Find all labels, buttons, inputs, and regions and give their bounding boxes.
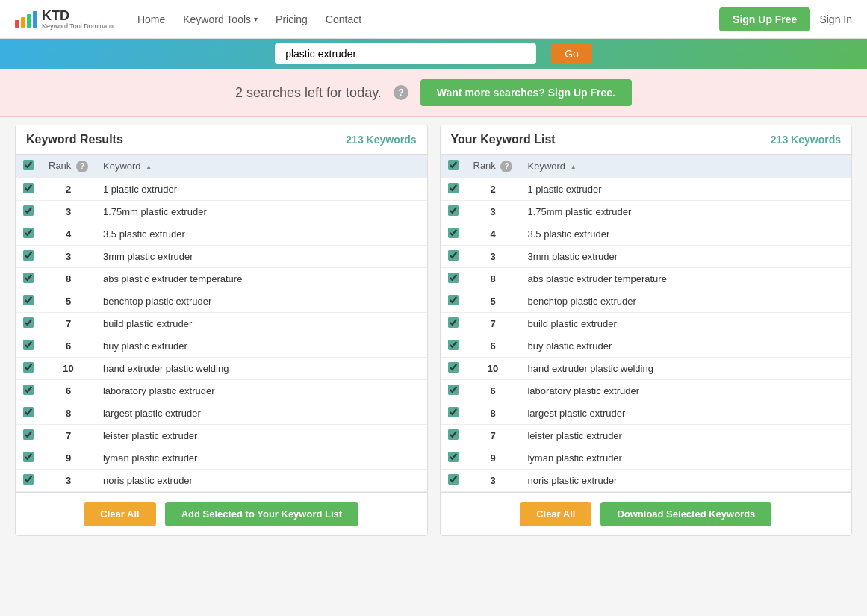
nav-keyword-tools[interactable]: Keyword Tools ▾ (183, 13, 258, 25)
row-rank: 3 (466, 246, 520, 268)
alert-signup-button[interactable]: Want more searches? Sign Up Free. (420, 79, 632, 106)
top-search-input[interactable] (275, 43, 536, 64)
row-keyword: lyman plastic extruder (520, 447, 851, 470)
row-checkbox[interactable] (448, 273, 459, 283)
row-keyword: benchtop plastic extruder (520, 290, 851, 313)
table-row: 43.5 plastic extruder (16, 223, 427, 246)
logo-bar-green (27, 14, 31, 28)
keyword-list-table-wrapper[interactable]: Rank ? Keyword ▲ 21 plastic extruder31.7… (441, 155, 852, 492)
table-row: 6buy plastic extruder (441, 335, 852, 358)
rank-info-icon-right[interactable]: ? (500, 161, 512, 172)
row-checkbox[interactable] (23, 295, 34, 305)
clear-all-left-button[interactable]: Clear All (84, 502, 155, 526)
row-checkbox[interactable] (23, 228, 34, 238)
clear-all-right-button[interactable]: Clear All (520, 502, 591, 526)
row-checkbox-cell (16, 201, 41, 223)
row-checkbox-cell (16, 246, 41, 268)
nav-contact[interactable]: Contact (326, 13, 361, 25)
row-checkbox[interactable] (23, 452, 34, 462)
navbar: KTD Keyword Tool Dominator Home Keyword … (0, 0, 867, 39)
row-checkbox[interactable] (448, 385, 459, 395)
sort-icon-left: ▲ (145, 163, 152, 171)
row-checkbox[interactable] (448, 429, 459, 440)
row-checkbox[interactable] (23, 183, 34, 193)
main-content: Keyword Results 213 Keywords Rank ? (0, 117, 867, 551)
logo-text-block: KTD Keyword Tool Dominator (42, 8, 115, 30)
keyword-results-tbody: 21 plastic extruder31.75mm plastic extru… (16, 178, 427, 492)
row-checkbox[interactable] (448, 452, 459, 462)
th-rank-right[interactable]: Rank ? (466, 155, 520, 178)
row-checkbox[interactable] (448, 228, 459, 238)
keyword-list-count: 213 Keywords (771, 134, 841, 146)
th-keyword-right[interactable]: Keyword ▲ (520, 155, 851, 178)
table-row: 21 plastic extruder (16, 178, 427, 201)
keyword-results-title: Keyword Results (26, 133, 123, 146)
table-row: 6laboratory plastic extruder (441, 380, 852, 402)
row-checkbox-cell (441, 335, 466, 358)
row-checkbox[interactable] (448, 250, 459, 261)
download-selected-button[interactable]: Download Selected Keywords (600, 502, 771, 526)
nav-pricing[interactable]: Pricing (276, 13, 308, 25)
row-checkbox[interactable] (448, 362, 459, 373)
row-rank: 8 (41, 402, 96, 425)
row-checkbox[interactable] (23, 340, 34, 350)
rank-info-icon-left[interactable]: ? (76, 161, 88, 172)
row-rank: 2 (41, 178, 96, 201)
keyword-results-count: 213 Keywords (346, 134, 416, 146)
row-checkbox[interactable] (23, 273, 34, 283)
row-checkbox-cell (441, 358, 466, 380)
row-checkbox[interactable] (448, 407, 459, 417)
keyword-list-tbody: 21 plastic extruder31.75mm plastic extru… (441, 178, 852, 492)
row-checkbox[interactable] (23, 407, 34, 417)
th-rank-left[interactable]: Rank ? (41, 155, 96, 178)
table-row: 33mm plastic extruder (441, 246, 852, 268)
keyword-results-header: Keyword Results 213 Keywords (16, 125, 427, 155)
nav-right: Sign Up Free Sign In (719, 7, 852, 31)
row-checkbox[interactable] (448, 183, 459, 193)
row-checkbox-cell (441, 178, 466, 201)
row-checkbox[interactable] (23, 474, 34, 485)
add-selected-button[interactable]: Add Selected to Your Keyword List (165, 502, 359, 526)
row-rank: 4 (41, 223, 96, 246)
nav-signup-button[interactable]: Sign Up Free (719, 7, 810, 31)
row-checkbox-cell (16, 402, 41, 425)
row-checkbox-cell (441, 470, 466, 492)
help-icon[interactable]: ? (394, 85, 408, 100)
row-rank: 6 (466, 380, 520, 402)
row-keyword: noris plastic extruder (520, 470, 851, 492)
row-rank: 3 (41, 201, 96, 223)
nav-home[interactable]: Home (137, 13, 165, 25)
row-rank: 7 (466, 313, 520, 335)
row-checkbox[interactable] (448, 295, 459, 305)
logo-tagline: Keyword Tool Dominator (42, 22, 115, 30)
logo-bar-blue (33, 11, 37, 28)
row-rank: 7 (41, 313, 96, 335)
select-all-right-checkbox[interactable] (448, 160, 459, 170)
row-checkbox[interactable] (448, 340, 459, 350)
keyword-results-table-wrapper[interactable]: Rank ? Keyword ▲ 21 plastic extruder31.7… (16, 155, 427, 492)
row-checkbox[interactable] (23, 250, 34, 261)
row-checkbox[interactable] (448, 317, 459, 328)
nav-signin-link[interactable]: Sign In (819, 13, 852, 25)
row-rank: 9 (41, 447, 96, 470)
row-checkbox[interactable] (23, 385, 34, 395)
row-checkbox[interactable] (23, 317, 34, 328)
row-checkbox[interactable] (23, 429, 34, 440)
row-rank: 3 (41, 470, 96, 492)
row-checkbox[interactable] (448, 205, 459, 216)
row-rank: 8 (466, 268, 520, 290)
row-keyword: abs plastic extruder temperature (520, 268, 851, 290)
th-keyword-left[interactable]: Keyword ▲ (96, 155, 427, 178)
row-keyword: build plastic extruder (96, 313, 427, 335)
row-keyword: largest plastic extruder (96, 402, 427, 425)
top-search-button[interactable]: Go (551, 43, 592, 64)
row-checkbox[interactable] (448, 474, 459, 485)
select-all-left-checkbox[interactable] (23, 160, 34, 170)
alert-banner: 2 searches left for today. ? Want more s… (0, 69, 867, 117)
row-keyword: largest plastic extruder (520, 402, 851, 425)
row-checkbox[interactable] (23, 362, 34, 373)
row-checkbox-cell (441, 223, 466, 246)
row-checkbox-cell (16, 335, 41, 358)
row-checkbox[interactable] (23, 205, 34, 216)
row-rank: 7 (41, 425, 96, 447)
